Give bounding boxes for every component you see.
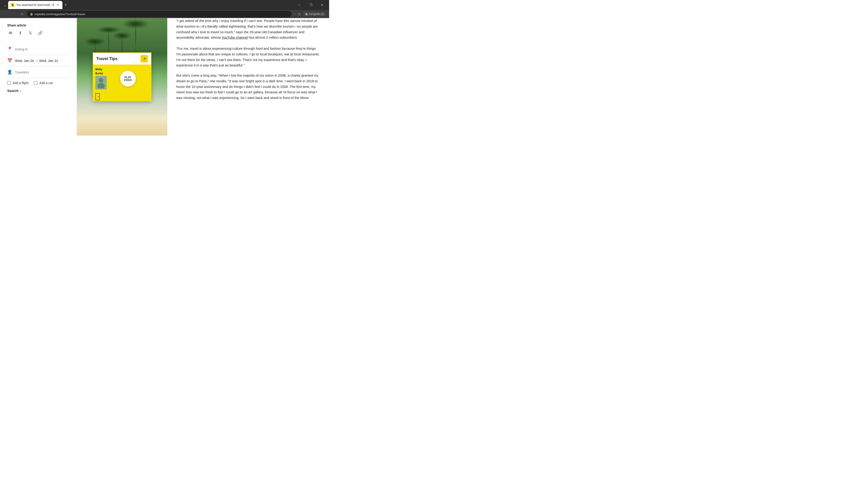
play-video-button[interactable]: PLAY VIDEO [120,71,136,87]
incognito-badge[interactable]: 🕵 Incognito (2) [303,12,327,16]
tab-close-button[interactable]: ✕ [56,3,60,7]
media-column: Travel Tips ↗ Molly Burke [77,18,167,184]
new-tab-button[interactable]: + [62,2,69,8]
add-flight-label: Add a flight [13,81,29,85]
address-bar: ← → ↻ 🔒 expedia.com/magazine/?s=food+tra… [0,10,329,18]
twitter-share-icon[interactable]: 𝕏 [27,30,33,36]
dates-value: Wed, Jan 24 → Wed, Jan 31 [15,59,58,63]
video-card-content: Molly Burke PLAY VIDEO [93,65,151,92]
intro-quote-end: has almost 2 million subscribers. [248,35,298,39]
search-button-label: Search [7,89,19,93]
tab-title: You searched for food travel - E [16,3,54,6]
back-button[interactable]: ← [3,11,9,17]
minimize-button[interactable]: ─ [294,1,305,8]
bookmark-icon[interactable]: ☆ [293,12,296,16]
travelers-icon: 👤 [7,70,12,74]
tab-favicon: E [11,3,14,7]
play-video-label: PLAY VIDEO [120,76,136,81]
forward-button[interactable]: → [11,11,17,17]
person-name-line1: Molly [95,68,110,71]
travel-image: Travel Tips ↗ Molly Burke [77,18,167,135]
add-options-row: Add a flight Add a car [7,78,69,88]
window-controls: ─ ❐ ✕ [294,1,327,8]
person-name-line2: Burke [95,72,110,75]
video-card-external-icon[interactable]: ↗ [141,55,148,62]
tab-bar: ⌄ E You searched for food travel - E ✕ + [2,1,293,9]
add-flight-checkbox[interactable]: Add a flight [7,81,29,85]
travelers-placeholder: Travelers [15,70,29,74]
svg-point-1 [97,83,105,88]
url-bar[interactable]: 🔒 expedia.com/magazine/?s=food+travel [27,11,291,17]
add-car-checkbox-box[interactable] [34,81,37,85]
dates-field[interactable]: 📅 Wed, Jan 24 → Wed, Jan 31 [7,55,69,66]
video-card-title: Travel Tips [96,57,118,61]
close-button[interactable]: ✕ [317,1,327,8]
active-tab[interactable]: E You searched for food travel - E ✕ [8,1,62,9]
travelers-field[interactable]: 👤 Travelers [7,66,69,78]
tab-switcher[interactable]: ⌄ [2,2,8,8]
add-car-checkbox[interactable]: Add a car [34,81,53,85]
calendar-icon: 📅 [7,58,12,63]
video-card-header: Travel Tips ↗ [93,53,151,65]
article-section: "I get asked all the time why I enjoy tr… [167,18,329,184]
video-card: Travel Tips ↗ Molly Burke [93,53,151,101]
browser-chrome: ⌄ E You searched for food travel - E ✕ +… [0,0,329,10]
add-car-label: Add a car [39,81,53,85]
person-silhouette-icon [96,77,105,88]
intro-quote: "I get asked all the time why I enjoy tr… [176,18,320,40]
add-flight-checkbox-box[interactable] [7,81,11,85]
search-button[interactable]: Search › [7,89,69,93]
share-icons: ✉ f 𝕏 🔗 [7,30,69,36]
url-text: expedia.com/magazine/?s=food+travel [35,12,289,16]
mona-ref: Mona [300,96,309,100]
going-to-field[interactable]: 📍 Going to [7,43,69,55]
svg-point-0 [99,78,103,83]
lock-icon: 🔒 [30,12,33,15]
split-view-icon[interactable]: ⊡ [298,12,301,16]
video-person-info: Molly Burke [93,65,113,92]
youtube-channel-link[interactable]: YouTube channel [222,35,248,39]
article-text: "I get asked all the time why I enjoy tr… [176,18,320,105]
search-widget: 📍 Going to 📅 Wed, Jan 24 → Wed, Jan 31 👤… [7,43,69,93]
body-paragraph-1: But she's come a long way. "When I lost … [176,73,320,101]
person-thumbnail [95,76,107,90]
maximize-button[interactable]: ❐ [306,1,316,8]
page-content: Share article ✉ f 𝕏 🔗 📍 Going to 📅 Wed, … [0,18,329,184]
location-icon: 📍 [7,46,12,52]
video-card-bottom [93,92,151,101]
facebook-share-icon[interactable]: f [17,30,24,36]
going-to-placeholder: Going to [15,47,28,51]
main-content: Travel Tips ↗ Molly Burke [77,18,329,184]
body-quote: "For me, travel is about experiencing cu… [176,46,320,68]
share-section: Share article ✉ f 𝕏 🔗 [7,24,69,36]
sidebar: Share article ✉ f 𝕏 🔗 📍 Going to 📅 Wed, … [0,18,77,184]
door-icon [95,93,100,100]
email-share-icon[interactable]: ✉ [7,30,13,36]
refresh-button[interactable]: ↻ [19,11,25,17]
search-arrow-icon: › [20,89,21,93]
link-share-icon[interactable]: 🔗 [37,30,43,36]
share-title: Share article [7,24,69,27]
